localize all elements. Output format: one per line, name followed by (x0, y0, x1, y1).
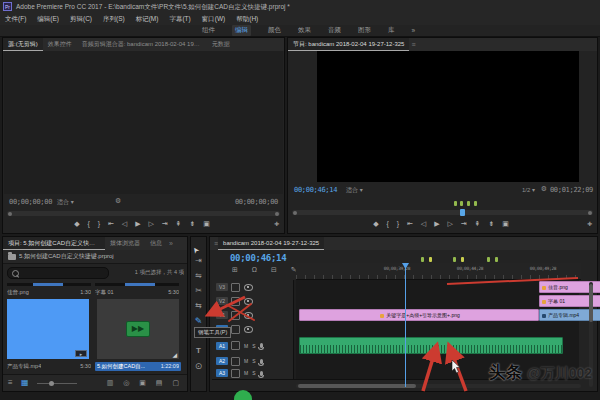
tab-timeline-sequence[interactable]: bandicam 2018-02-04 19-27-12-325 (218, 237, 324, 250)
track-output-eye-icon[interactable] (244, 326, 253, 333)
solo-button[interactable]: S (252, 358, 255, 364)
timeline-marker[interactable] (429, 257, 432, 262)
source-patch-badge[interactable]: A3 (216, 369, 228, 377)
project-search-input[interactable] (7, 267, 109, 279)
timeline-playhead-line[interactable] (405, 268, 406, 387)
voiceover-mic-icon[interactable] (260, 359, 263, 364)
ripple-edit-tool-icon[interactable]: ⇋ (195, 271, 202, 286)
menu-markers[interactable]: 标记(M) (136, 15, 159, 24)
project-breadcrumb[interactable]: 5.如何创建CAD自定义快捷键.prproj (3, 250, 187, 264)
program-scrubber[interactable] (292, 210, 593, 215)
workspace-tab-audio[interactable]: 音频 (328, 26, 341, 35)
track-a2-header[interactable]: A2 M S (212, 355, 294, 367)
track-output-eye-icon[interactable] (244, 312, 253, 319)
program-transport-controls[interactable]: ◆ { } ⇤ ◁ ▶ ▷ ⇥ ⇞ ⇟ ▣ (288, 220, 597, 228)
sync-lock-icon[interactable] (231, 283, 240, 292)
tab-media-browser[interactable]: 媒体浏览器 (105, 237, 145, 250)
zoom-slider[interactable] (37, 383, 77, 384)
selection-tool-icon[interactable]: ➤ (190, 241, 206, 255)
icon-view-icon[interactable]: ▦ (21, 378, 29, 387)
sync-lock-icon[interactable] (231, 357, 240, 366)
workspace-tab-libraries[interactable]: 库 (388, 26, 395, 35)
menu-help[interactable]: 帮助(H) (236, 15, 258, 24)
program-playhead-thumb[interactable] (460, 209, 465, 216)
panel-menu-icon[interactable]: ≡ (411, 41, 415, 48)
track-output-eye-icon[interactable] (244, 284, 253, 291)
tab-project[interactable]: 项目: 5.如何创建CAD自定义快捷键 (3, 237, 105, 250)
solo-button[interactable]: S (252, 343, 255, 349)
sync-lock-icon[interactable] (231, 297, 240, 306)
solo-button[interactable]: S (252, 370, 255, 376)
workspace-tab-graphics[interactable]: 图形 (358, 26, 371, 35)
track-target-badge[interactable]: V3 (216, 283, 228, 291)
program-settings-wrench-icon[interactable]: ⚙ (541, 185, 547, 193)
tab-source[interactable]: 源:(无剪辑) (3, 38, 43, 51)
program-scale-dropdown[interactable]: 1/2 ▾ (522, 186, 535, 193)
project-item-caption-selected[interactable]: 5.如何创建CAD自... 1:22:09 (95, 362, 181, 371)
source-scrubber[interactable] (7, 211, 280, 216)
track-v2-header[interactable]: V2 (212, 294, 294, 308)
timeline-marker[interactable] (453, 257, 456, 262)
project-item-thumbnail-sequence[interactable]: ▶▶ ◢ (97, 299, 179, 359)
project-item-caption[interactable]: 佳音.png 1:30 (7, 289, 91, 296)
clip-v1-png[interactable]: 关键字是+高级+引导示意图+.png (299, 309, 539, 321)
source-button-editor-icon[interactable]: ✚ (274, 220, 279, 227)
list-view-icon[interactable]: ≡ (8, 378, 13, 387)
tab-info[interactable]: 信息 (145, 237, 167, 250)
type-tool-icon[interactable]: T (196, 346, 201, 361)
track-a1-header[interactable]: A1 M S (212, 336, 294, 355)
project-item-caption[interactable]: 字幕 01 5:30 (95, 289, 179, 296)
timeline-toolbar-icons[interactable]: ⊞ Ω ⊟ ✎ (232, 266, 303, 274)
track-output-eye-icon[interactable] (244, 298, 253, 305)
project-toolbar-right-icons[interactable]: ▥ ◎ ▣ ▤ ▢ (107, 379, 183, 387)
source-patch-badge[interactable]: A2 (216, 357, 228, 365)
voiceover-mic-icon[interactable] (260, 371, 263, 376)
timeline-horizontal-scrollbar[interactable] (296, 384, 581, 388)
source-settings-wrench-icon[interactable]: ⚙ (115, 197, 121, 205)
timeline-timecode[interactable]: 00;00;46;14 (230, 253, 286, 263)
menu-file[interactable]: 文件(F) (5, 15, 26, 24)
slip-tool-icon[interactable]: ⇆ (195, 301, 202, 316)
item-scrub-bar[interactable] (95, 283, 179, 286)
timeline-marker[interactable] (461, 257, 464, 262)
program-fit-dropdown[interactable]: 适合 ▾ (346, 186, 363, 195)
menu-window[interactable]: 窗口(W) (202, 15, 225, 24)
project-item-caption[interactable]: 产品专辑.mp4 5:30 (7, 363, 91, 370)
track-a3-header[interactable]: A3 M S (212, 367, 294, 379)
timeline-marker[interactable] (495, 257, 498, 262)
mute-button[interactable]: M (244, 343, 248, 349)
menu-sequence[interactable]: 序列(S) (103, 15, 125, 24)
menu-edit[interactable]: 编辑(E) (37, 15, 59, 24)
sync-lock-icon[interactable] (231, 311, 240, 320)
track-target-badge[interactable]: V1 (216, 311, 228, 319)
sync-lock-icon[interactable] (231, 325, 240, 334)
mute-button[interactable]: M (244, 358, 248, 364)
timeline-marker[interactable] (421, 257, 424, 262)
clip-a1-audio[interactable] (299, 337, 563, 354)
workspace-tab-assembly[interactable]: 组件 (202, 26, 215, 35)
sync-lock-icon[interactable] (231, 369, 240, 378)
workspace-tab-editing[interactable]: 编辑 (232, 25, 251, 36)
project-item-thumbnail-image[interactable]: ▸ (7, 299, 89, 359)
mute-button[interactable]: M (244, 370, 248, 376)
program-button-editor-icon[interactable]: ✚ (587, 220, 592, 227)
zoom-tool-icon[interactable]: ⊙ (195, 361, 203, 376)
timeline-ruler[interactable]: 00;00;39;28 00;00;44;28 00;00;49;28 00;0… (296, 263, 581, 280)
menu-clip[interactable]: 剪辑(C) (70, 15, 92, 24)
source-fit-dropdown[interactable]: 适合 ▾ (57, 198, 74, 207)
track-target-badge[interactable]: V2 (216, 297, 228, 305)
tab-program[interactable]: 节目: bandicam 2018-02-04 19-27-12-325 (288, 38, 409, 51)
tab-audio-clip-mixer[interactable]: 音频剪辑混合器: bandicam 2018-02-04 19-27-12-32… (77, 38, 207, 51)
track-select-tool-icon[interactable]: ⇥ (195, 256, 202, 271)
menu-titles[interactable]: 字幕(T) (169, 15, 190, 24)
workspace-tab-color[interactable]: 颜色 (268, 26, 281, 35)
workspace-tab-effects[interactable]: 效果 (298, 26, 311, 35)
item-scrub-bar[interactable] (7, 283, 91, 286)
workspace-overflow-icon[interactable]: » (412, 27, 416, 34)
tab-effect-controls[interactable]: 效果控件 (43, 38, 77, 51)
timeline-marker[interactable] (487, 257, 490, 262)
source-transport-controls[interactable]: ◆ { } ⇤ ◁ ▶ ▷ ⇥ ⇞ ⇟ ▣ (3, 220, 284, 228)
track-v3-header[interactable]: V3 (212, 280, 294, 294)
razor-tool-icon[interactable]: ✂ (195, 286, 202, 301)
source-patch-badge[interactable]: A1 (216, 342, 228, 350)
